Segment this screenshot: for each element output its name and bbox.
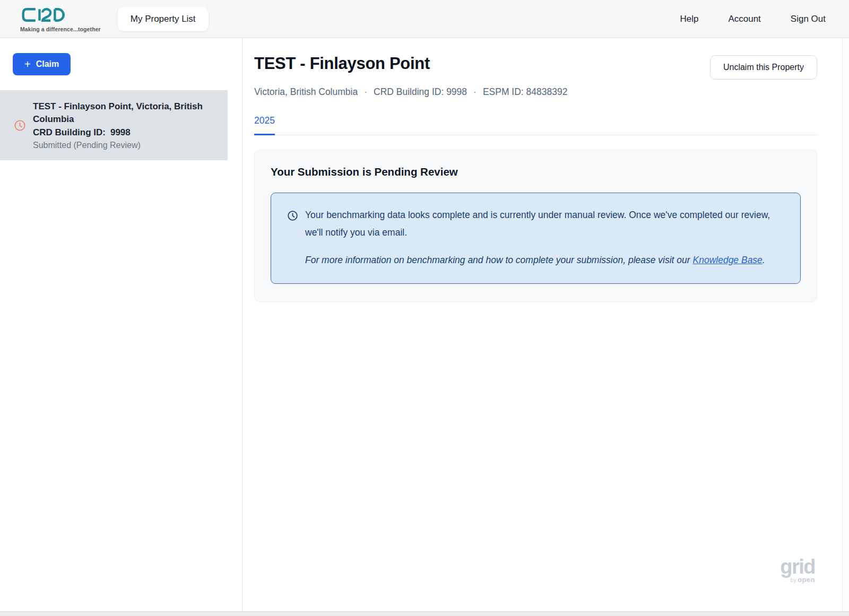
title-row: TEST - Finlayson Point Unclaim this Prop…: [254, 54, 817, 80]
claim-button-label: Claim: [36, 59, 59, 69]
crd-logo: Making a difference...together: [20, 6, 101, 32]
plus-icon: +: [24, 60, 31, 68]
app-window: Making a difference...together My Proper…: [0, 0, 849, 612]
nav-sign-out-link[interactable]: Sign Out: [791, 14, 826, 24]
property-list-item-selected[interactable]: TEST - Finlayson Point, Victoria, Britis…: [0, 90, 228, 160]
byline-by: by: [790, 577, 796, 583]
tab-2025[interactable]: 2025: [254, 115, 275, 135]
building-id-value: 9998: [110, 127, 131, 137]
card-heading: Your Submission is Pending Review: [271, 166, 801, 178]
meta-location: Victoria, British Columbia: [254, 86, 358, 98]
property-sidebar: + Claim TEST - Finlayson Point, Victoria…: [0, 38, 242, 611]
grid-by-open-watermark: grid byopen: [780, 558, 815, 584]
building-id-label: CRD Building ID:: [33, 127, 106, 137]
pending-review-card: Your Submission is Pending Review Your b…: [254, 150, 817, 302]
meta-separator: ·: [473, 86, 477, 98]
alert-clock-icon: [287, 210, 305, 241]
property-item-title: TEST - Finlayson Point, Victoria, Britis…: [33, 100, 220, 126]
meta-crd-building-id: CRD Building ID: 9998: [374, 86, 467, 98]
my-property-list-button[interactable]: My Property List: [118, 7, 209, 31]
meta-espm-id: ESPM ID: 84838392: [483, 86, 568, 98]
top-nav: Help Account Sign Out: [680, 14, 826, 24]
byline-brand: open: [798, 576, 815, 584]
pending-clock-icon: [14, 119, 26, 132]
alert-info-prefix: For more information on benchmarking and…: [305, 255, 693, 265]
content-area: + Claim TEST - Finlayson Point, Victoria…: [0, 38, 849, 611]
property-detail-panel: TEST - Finlayson Point Unclaim this Prop…: [242, 38, 849, 611]
property-item-status: Submitted (Pending Review): [33, 141, 220, 150]
crd-logo-icon: [20, 6, 67, 25]
alert-info-suffix: .: [763, 255, 765, 265]
property-meta: Victoria, British Columbia · CRD Buildin…: [254, 86, 817, 98]
nav-help-link[interactable]: Help: [680, 14, 698, 24]
scrollbar-track[interactable]: [842, 38, 849, 611]
unclaim-property-button[interactable]: Unclaim this Property: [710, 55, 817, 80]
logo-tagline: Making a difference...together: [20, 27, 101, 32]
knowledge-base-link[interactable]: Knowledge Base: [693, 255, 763, 265]
alert-info-line: For more information on benchmarking and…: [305, 251, 784, 269]
meta-separator: ·: [364, 86, 367, 98]
year-tabs: 2025: [254, 115, 817, 135]
alert-message: Your benchmarking data looks complete an…: [305, 206, 784, 241]
info-alert: Your benchmarking data looks complete an…: [271, 193, 801, 284]
top-bar: Making a difference...together My Proper…: [0, 0, 849, 38]
property-item-building-id: CRD Building ID:9998: [33, 127, 220, 138]
grid-logo: grid: [780, 558, 815, 575]
nav-account-link[interactable]: Account: [728, 14, 760, 24]
page-title: TEST - Finlayson Point: [254, 54, 430, 73]
property-item-text: TEST - Finlayson Point, Victoria, Britis…: [33, 100, 220, 150]
claim-button[interactable]: + Claim: [13, 53, 71, 75]
